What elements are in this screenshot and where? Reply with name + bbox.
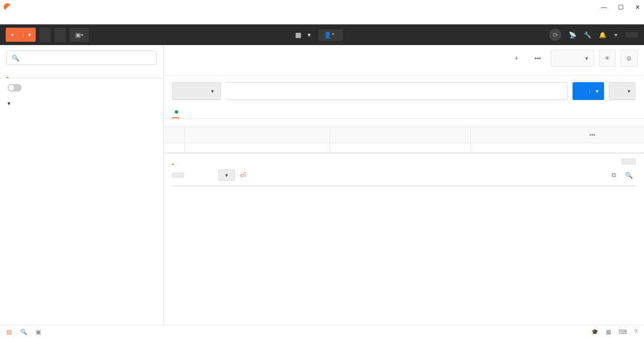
new-dropdown-icon[interactable]: ▼ bbox=[23, 32, 36, 38]
request-content: ＋ ••• ▼ 👁 ⚙ ▼ ▼ bbox=[164, 45, 644, 325]
search-icon: 🔍 bbox=[12, 54, 19, 61]
new-tab-button[interactable]: ＋ bbox=[508, 54, 525, 62]
col-options-button[interactable]: ••• bbox=[578, 127, 606, 143]
help-icon[interactable]: ? bbox=[634, 329, 637, 335]
find-icon[interactable]: 🔍 bbox=[20, 329, 27, 335]
url-input[interactable] bbox=[226, 82, 568, 100]
tab-authorization[interactable] bbox=[192, 109, 194, 116]
signin-button[interactable] bbox=[625, 32, 638, 38]
history-group-today[interactable]: ▼ bbox=[0, 97, 163, 110]
resp-tab-headers[interactable] bbox=[195, 159, 196, 164]
app-menubar bbox=[0, 14, 644, 24]
layout-icon[interactable]: ▦ bbox=[606, 329, 611, 335]
toggle-sidebar-icon[interactable]: ▤ bbox=[7, 329, 12, 335]
copy-response-icon[interactable]: ⧉ bbox=[609, 170, 619, 180]
statusbar: ▤ 🔍 ▣ 🎓 ▦ ⌨ ? bbox=[0, 325, 644, 338]
query-params-title bbox=[164, 119, 644, 126]
resp-tab-body[interactable] bbox=[172, 158, 174, 165]
view-raw-button[interactable] bbox=[188, 173, 199, 177]
chevron-down-icon: ▼ bbox=[307, 32, 312, 38]
bulk-edit-button[interactable] bbox=[606, 127, 644, 143]
format-selector[interactable]: ▼ bbox=[218, 169, 235, 181]
filter-input-wrapper[interactable]: 🔍 bbox=[7, 51, 157, 65]
tab-apis[interactable] bbox=[39, 69, 40, 78]
send-dropdown-icon[interactable]: ▼ bbox=[589, 89, 604, 94]
window-titlebar: — ☐ ✕ bbox=[0, 0, 644, 14]
satellite-icon[interactable]: 📡 bbox=[569, 31, 576, 38]
keyboard-icon[interactable]: ⌨ bbox=[619, 329, 627, 335]
params-indicator-dot bbox=[175, 110, 178, 114]
send-button[interactable]: ▼ bbox=[573, 82, 604, 100]
wrench-icon[interactable]: 🔧 bbox=[584, 31, 591, 38]
tab-tests[interactable] bbox=[254, 109, 256, 116]
chevron-down-icon: ▼ bbox=[7, 101, 11, 106]
chevron-down-icon: ▼ bbox=[584, 56, 589, 61]
main-toolbar: ＋ ▼ ▣ ▾ ▦ ▼ 👤⁺ ⟳ 📡 🔧 🔔 ♥ bbox=[0, 24, 644, 45]
sidebar: 🔍 ▼ bbox=[0, 45, 164, 325]
console-icon[interactable]: ▣ bbox=[36, 329, 41, 335]
environment-selector[interactable]: ▼ bbox=[551, 50, 594, 67]
window-close-icon[interactable]: ✕ bbox=[635, 4, 640, 11]
view-preview-button[interactable] bbox=[203, 173, 214, 177]
col-desc-header bbox=[471, 127, 578, 143]
tab-headers[interactable] bbox=[207, 109, 211, 116]
params-table: ••• bbox=[164, 126, 644, 153]
environment-preview-button[interactable]: 👁 bbox=[599, 50, 616, 67]
response-body[interactable] bbox=[172, 185, 636, 186]
request-name bbox=[164, 67, 644, 76]
app-logo-icon bbox=[4, 3, 11, 11]
tab-prerequest[interactable] bbox=[239, 109, 241, 116]
sync-off-icon[interactable]: ⟳ bbox=[549, 29, 561, 41]
workspace-grid-icon: ▦ bbox=[295, 31, 301, 38]
tab-params[interactable] bbox=[172, 107, 179, 118]
new-button[interactable]: ＋ ▼ bbox=[6, 28, 36, 42]
window-toggle-button[interactable]: ▣ ▾ bbox=[70, 28, 89, 42]
save-button[interactable]: ▼ bbox=[609, 82, 636, 100]
resp-tab-tests[interactable] bbox=[206, 159, 208, 164]
bell-icon[interactable]: 🔔 bbox=[599, 31, 606, 38]
chevron-down-icon: ▼ bbox=[210, 89, 215, 94]
window-maximize-icon[interactable]: ☐ bbox=[618, 4, 624, 11]
invite-button[interactable]: 👤⁺ bbox=[318, 29, 343, 41]
param-key-input[interactable] bbox=[184, 143, 330, 153]
col-value-header bbox=[330, 127, 471, 143]
param-desc-input[interactable] bbox=[471, 143, 578, 153]
settings-button[interactable]: ⚙ bbox=[620, 50, 637, 67]
bootcamp-button[interactable]: 🎓 bbox=[591, 329, 598, 335]
view-pretty-button[interactable] bbox=[172, 173, 184, 177]
param-value-input[interactable] bbox=[330, 143, 471, 153]
tab-body[interactable] bbox=[224, 109, 226, 116]
filter-input[interactable] bbox=[23, 54, 151, 61]
search-response-icon[interactable]: 🔍 bbox=[622, 171, 636, 180]
tab-history[interactable] bbox=[7, 69, 8, 78]
save-responses-toggle[interactable] bbox=[8, 84, 22, 92]
import-button[interactable] bbox=[39, 28, 51, 42]
wrap-lines-button[interactable]: ⏎ bbox=[239, 170, 247, 181]
workspace-selector[interactable]: ▦ ▼ bbox=[295, 31, 312, 38]
col-key-header bbox=[184, 127, 330, 143]
tab-collections[interactable] bbox=[23, 69, 24, 78]
plus-icon: ＋ bbox=[6, 31, 19, 39]
resp-tab-cookies[interactable] bbox=[183, 159, 185, 164]
download-button[interactable] bbox=[621, 159, 636, 164]
tab-options-button[interactable]: ••• bbox=[529, 55, 546, 62]
invite-person-icon: 👤⁺ bbox=[324, 31, 335, 38]
window-minimize-icon[interactable]: — bbox=[601, 4, 607, 11]
heart-icon[interactable]: ♥ bbox=[614, 31, 618, 38]
save-dropdown-icon[interactable]: ▼ bbox=[622, 89, 635, 94]
runner-button[interactable] bbox=[55, 28, 66, 42]
method-selector[interactable]: ▼ bbox=[172, 82, 221, 100]
